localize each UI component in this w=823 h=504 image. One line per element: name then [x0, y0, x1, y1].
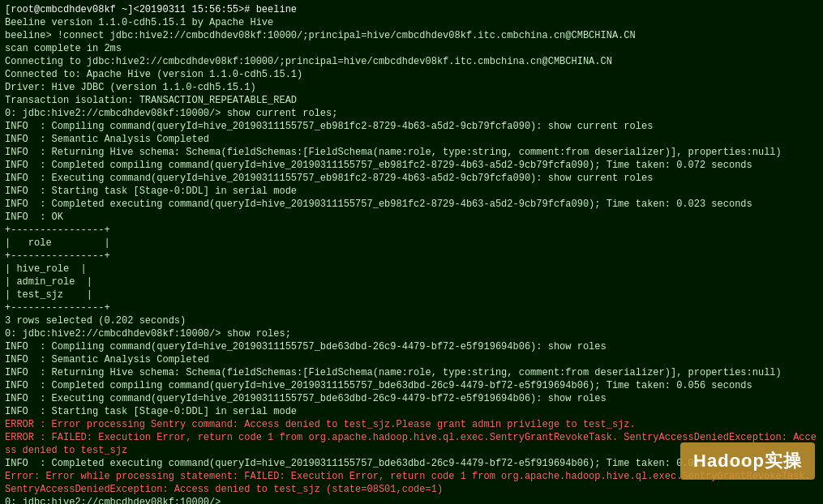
terminal-line: INFO : Starting task [Stage-0:DDL] in se… [5, 405, 818, 418]
terminal-line: ERROR : FAILED: Execution Error, return … [5, 431, 818, 457]
terminal-line: | admin_role | [5, 275, 818, 288]
terminal-line: INFO : Returning Hive schema: Schema(fie… [5, 366, 818, 379]
terminal-line: | test_sjz | [5, 288, 818, 301]
terminal-line: INFO : OK [5, 211, 818, 224]
terminal: [root@cmbcdhdev08kf ~]<20190311 15:56:55… [0, 0, 823, 504]
terminal-line: Transaction isolation: TRANSACTION_REPEA… [5, 94, 818, 107]
terminal-line: +----------------+ [5, 250, 818, 263]
terminal-line: 0: jdbc:hive2://cmbcdhdev08kf:10000/> sh… [5, 107, 818, 120]
terminal-line: +----------------+ [5, 301, 818, 314]
terminal-line: +----------------+ [5, 224, 818, 237]
terminal-line: INFO : Returning Hive schema: Schema(fie… [5, 146, 818, 159]
terminal-line: 0: jdbc:hive2://cmbcdhdev08kf:10000/> sh… [5, 327, 818, 340]
terminal-line: 3 rows selected (0.202 seconds) [5, 314, 818, 327]
terminal-line: INFO : Compiling command(queryId=hive_20… [5, 340, 818, 353]
terminal-line: INFO : Executing command(queryId=hive_20… [5, 172, 818, 185]
terminal-line: ERROR : Error processing Sentry command:… [5, 418, 818, 431]
terminal-line: INFO : Starting task [Stage-0:DDL] in se… [5, 185, 818, 198]
terminal-line: INFO : Completed executing command(query… [5, 198, 818, 211]
terminal-line: INFO : Semantic Analysis Completed [5, 353, 818, 366]
terminal-line: INFO : Semantic Analysis Completed [5, 133, 818, 146]
terminal-line: Driver: Hive JDBC (version 1.1.0-cdh5.15… [5, 81, 818, 94]
terminal-line: Error: Error while processing statement:… [5, 470, 818, 496]
terminal-line: Connected to: Apache Hive (version 1.1.0… [5, 68, 818, 81]
terminal-line: INFO : Executing command(queryId=hive_20… [5, 392, 818, 405]
terminal-line: scan complete in 2ms [5, 42, 818, 55]
terminal-line: INFO : Completed compiling command(query… [5, 159, 818, 172]
terminal-line: [root@cmbcdhdev08kf ~]<20190311 15:56:55… [5, 3, 818, 16]
terminal-line: INFO : Completed compiling command(query… [5, 379, 818, 392]
terminal-line: beeline> !connect jdbc:hive2://cmbcdhdev… [5, 29, 818, 42]
terminal-line: 0: jdbc:hive2://cmbcdhdev08kf:10000/> [5, 496, 818, 504]
terminal-line: Beeline version 1.1.0-cdh5.15.1 by Apach… [5, 16, 818, 29]
terminal-line: | role | [5, 237, 818, 250]
terminal-line: Connecting to jdbc:hive2://cmbcdhdev08kf… [5, 55, 818, 68]
terminal-line: INFO : Completed executing command(query… [5, 457, 818, 470]
terminal-line: | hive_role | [5, 263, 818, 275]
terminal-line: INFO : Compiling command(queryId=hive_20… [5, 120, 818, 133]
